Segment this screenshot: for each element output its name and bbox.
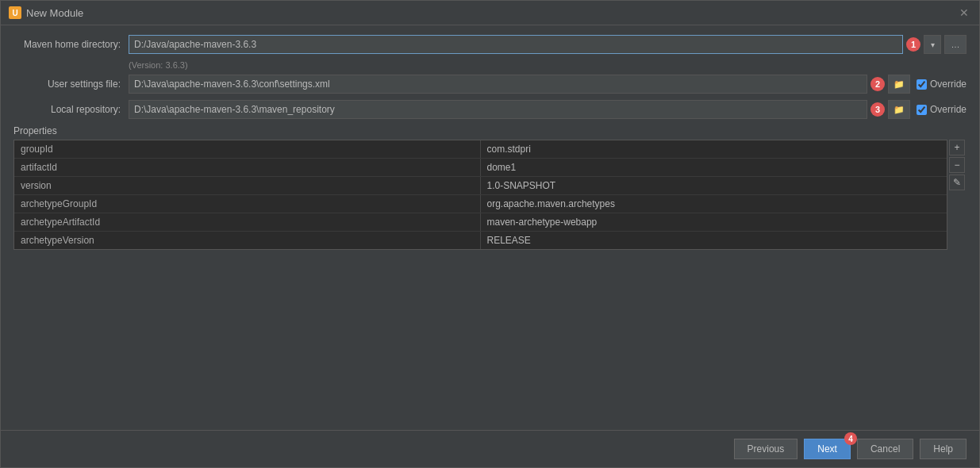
- prop-val: RELEASE: [481, 232, 947, 249]
- local-repo-browse-button[interactable]: 📁: [888, 100, 910, 119]
- dialog-title: New Module: [26, 7, 83, 19]
- prop-key: version: [14, 177, 481, 194]
- next-button[interactable]: Next: [804, 439, 851, 459]
- table-row: groupId com.stdpri: [14, 140, 947, 159]
- properties-container: groupId com.stdpri artifactId dome1 vers…: [13, 140, 967, 250]
- prop-val: 1.0-SNAPSHOT: [481, 177, 947, 194]
- table-row: archetypeArtifactId maven-archetype-weba…: [14, 213, 947, 232]
- local-repo-badge: 3: [870, 102, 885, 117]
- prop-val: maven-archetype-webapp: [481, 213, 947, 231]
- edit-property-button[interactable]: ✎: [949, 175, 965, 190]
- next-button-wrap: Next 4: [804, 439, 851, 459]
- close-button[interactable]: ✕: [957, 6, 971, 20]
- user-settings-override-checkbox[interactable]: [917, 79, 927, 90]
- next-badge: 4: [844, 432, 857, 445]
- table-row: archetypeGroupId org.apache.maven.archet…: [14, 195, 947, 213]
- maven-home-row: Maven home directory: 1 ▾ …: [13, 35, 967, 54]
- new-module-dialog: U New Module ✕ Maven home directory: 1 ▾…: [0, 0, 980, 468]
- prop-key: groupId: [14, 140, 481, 158]
- local-repo-row: Local repository: 3 📁 Override: [13, 100, 967, 119]
- dialog-icon: U: [9, 6, 21, 19]
- user-settings-badge: 2: [870, 77, 885, 91]
- table-row: artifactId dome1: [14, 159, 947, 177]
- help-button[interactable]: Help: [920, 439, 967, 459]
- properties-title: Properties: [13, 125, 967, 136]
- properties-table: groupId com.stdpri artifactId dome1 vers…: [13, 140, 947, 250]
- user-settings-override-label: Override: [930, 79, 967, 90]
- maven-home-input[interactable]: [129, 35, 903, 54]
- local-repo-input[interactable]: [129, 100, 867, 119]
- title-bar: U New Module ✕: [1, 1, 979, 25]
- prop-val: dome1: [481, 159, 947, 176]
- prop-key: archetypeGroupId: [14, 195, 481, 213]
- user-settings-row: User settings file: 2 📁 Override: [13, 75, 967, 94]
- dialog-content: Maven home directory: 1 ▾ … (Version: 3.…: [1, 25, 979, 430]
- local-repo-input-group: 3 📁 Override: [129, 100, 967, 119]
- properties-section: Properties groupId com.stdpri artifactId…: [13, 125, 967, 250]
- local-repo-override-label: Override: [930, 104, 967, 115]
- maven-home-input-group: 1 ▾ …: [129, 35, 967, 54]
- add-property-button[interactable]: +: [949, 140, 965, 155]
- prop-key: archetypeVersion: [14, 232, 481, 249]
- dialog-footer: Previous Next 4 Cancel Help: [1, 430, 979, 467]
- user-settings-override-group: Override: [917, 79, 967, 90]
- prop-val: com.stdpri: [481, 140, 947, 158]
- user-settings-input-group: 2 📁 Override: [129, 75, 967, 94]
- local-repo-override-group: Override: [917, 104, 967, 115]
- prop-val: org.apache.maven.archetypes: [481, 195, 947, 213]
- table-row: version 1.0-SNAPSHOT: [14, 177, 947, 195]
- cancel-button[interactable]: Cancel: [857, 439, 913, 459]
- title-bar-left: U New Module: [9, 6, 83, 19]
- maven-home-label: Maven home directory:: [13, 39, 129, 50]
- local-repo-override-checkbox[interactable]: [917, 105, 927, 115]
- local-repo-label: Local repository:: [13, 104, 129, 115]
- properties-side-actions: + − ✎: [949, 140, 967, 250]
- prop-key: artifactId: [14, 159, 481, 176]
- maven-home-badge: 1: [906, 37, 920, 52]
- user-settings-browse-button[interactable]: 📁: [888, 75, 910, 94]
- maven-home-browse-button[interactable]: …: [944, 35, 967, 54]
- table-row: archetypeVersion RELEASE: [14, 232, 947, 249]
- version-hint: (Version: 3.6.3): [129, 60, 967, 70]
- remove-property-button[interactable]: −: [949, 157, 965, 173]
- user-settings-label: User settings file:: [13, 79, 129, 90]
- maven-home-dropdown-button[interactable]: ▾: [924, 35, 941, 54]
- user-settings-input[interactable]: [129, 75, 867, 94]
- previous-button[interactable]: Previous: [734, 439, 798, 459]
- prop-key: archetypeArtifactId: [14, 213, 481, 231]
